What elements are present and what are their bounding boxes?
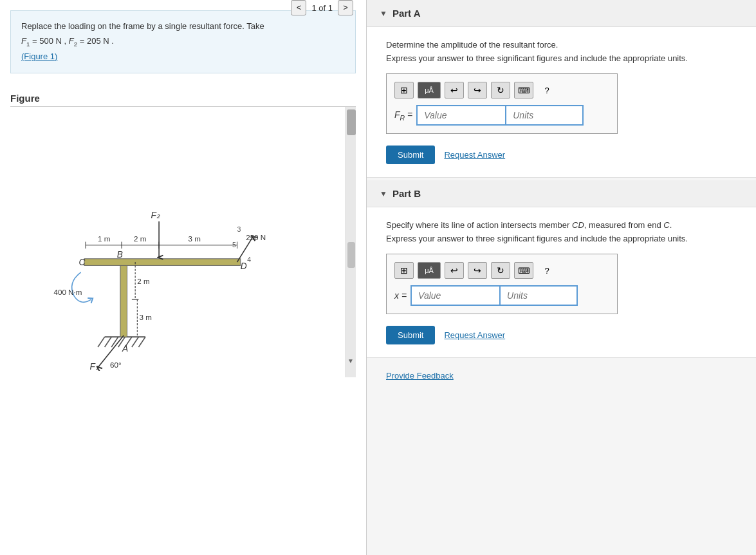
svg-text:F₁: F₁ (89, 362, 98, 371)
svg-text:F₂: F₂ (151, 210, 160, 220)
refresh-button-b[interactable]: ↻ (491, 262, 510, 279)
problem-statement: Replace the loading on the frame by a si… (10, 10, 356, 73)
undo-button-b[interactable]: ↩ (445, 262, 464, 279)
part-a-action-row: Submit Request Answer (386, 146, 737, 164)
svg-rect-9 (84, 259, 241, 266)
matrix-button-a[interactable]: ⊞ (394, 82, 414, 99)
part-b-answer-box: ⊞ μÅ ↩ ↪ ↻ ⌨ ? x = (386, 254, 618, 314)
prev-button[interactable]: < (291, 0, 306, 15)
scrollbar[interactable]: ▼ (346, 107, 356, 377)
svg-text:B: B (117, 250, 123, 259)
svg-text:2 m: 2 m (137, 277, 149, 285)
help-button-a[interactable]: ? (537, 82, 557, 99)
undo-button-a[interactable]: ↩ (445, 82, 464, 99)
problem-line1: Replace the loading on the frame by a si… (21, 20, 345, 33)
part-a-request-answer-button[interactable]: Request Answer (444, 150, 505, 160)
figure-label: Figure (10, 93, 40, 104)
part-a-arrow: ▼ (380, 9, 387, 18)
mu-button-a[interactable]: μÅ (418, 82, 441, 99)
part-b-header[interactable]: ▼ Part B (367, 180, 756, 207)
provide-feedback-button[interactable]: Provide Feedback (386, 371, 454, 381)
figure-link[interactable]: (Figure 1) (21, 52, 57, 61)
part-b-instruction1: Specify where its line of action interse… (386, 220, 737, 230)
svg-text:1 m: 1 m (98, 234, 110, 243)
svg-text:60°: 60° (110, 361, 122, 369)
svg-text:3 m: 3 m (140, 313, 152, 321)
part-a-input-row: FR = (394, 105, 609, 126)
svg-text:3: 3 (237, 225, 241, 232)
fr-units-input[interactable] (506, 105, 584, 126)
part-a-title: Part A (392, 8, 421, 19)
refresh-button-a[interactable]: ↻ (491, 82, 510, 99)
part-b-request-answer-button[interactable]: Request Answer (444, 330, 505, 340)
help-button-b[interactable]: ? (537, 262, 557, 279)
part-a-instruction1: Determine the amplitude of the resultant… (386, 40, 737, 50)
svg-line-3 (111, 337, 118, 347)
part-a-toolbar: ⊞ μÅ ↩ ↪ ↻ ⌨ ? (394, 82, 609, 99)
page-indicator: 1 of 1 (311, 3, 333, 13)
mu-button-b[interactable]: μÅ (418, 262, 441, 279)
svg-text:250 N: 250 N (246, 233, 266, 241)
fr-value-input[interactable] (416, 105, 506, 126)
part-b-content: Specify where its line of action interse… (367, 207, 756, 358)
part-b-toolbar: ⊞ μÅ ↩ ↪ ↻ ⌨ ? (394, 262, 609, 279)
problem-line3: (Figure 1) (21, 50, 345, 64)
part-a-submit-button[interactable]: Submit (386, 146, 435, 164)
svg-line-7 (138, 337, 145, 347)
part-a-section: ▼ Part A Determine the amplitude of the … (367, 0, 756, 178)
x-label: x = (394, 290, 407, 301)
figure-diagram: C B D A 1 m 2 m 3 m (10, 126, 281, 371)
part-a-instruction2: Express your answer to three significant… (386, 53, 737, 63)
matrix-button-b[interactable]: ⊞ (394, 262, 414, 279)
svg-rect-8 (120, 262, 127, 337)
svg-text:3 m: 3 m (189, 234, 201, 243)
svg-line-1 (98, 337, 105, 347)
part-a-header[interactable]: ▼ Part A (367, 0, 756, 27)
svg-text:A: A (122, 344, 128, 353)
part-b-section: ▼ Part B Specify where its line of actio… (367, 180, 756, 358)
part-a-content: Determine the amplitude of the resultant… (367, 27, 756, 178)
svg-text:400 N·m: 400 N·m (54, 288, 82, 296)
nav-controls: < 1 of 1 > (291, 0, 353, 15)
part-b-arrow: ▼ (380, 189, 387, 198)
keyboard-button-b[interactable]: ⌨ (514, 262, 533, 279)
svg-text:2 m: 2 m (134, 234, 146, 243)
x-units-input[interactable] (501, 285, 578, 306)
part-b-submit-button[interactable]: Submit (386, 326, 435, 344)
problem-line2: F1 = 500 N , F2 = 205 N . (21, 35, 345, 49)
x-value-input[interactable] (410, 285, 501, 306)
svg-text:D: D (241, 261, 247, 270)
next-button[interactable]: > (338, 0, 353, 15)
redo-button-b[interactable]: ↪ (468, 262, 487, 279)
svg-line-6 (132, 337, 139, 347)
part-a-answer-box: ⊞ μÅ ↩ ↪ ↻ ⌨ ? FR = (386, 73, 618, 134)
svg-text:4: 4 (247, 256, 251, 263)
svg-text:5: 5 (232, 241, 236, 249)
svg-text:C: C (79, 258, 86, 267)
part-b-instruction2: Express your answer to three significant… (386, 234, 737, 243)
part-b-input-row: x = (394, 285, 609, 306)
keyboard-button-a[interactable]: ⌨ (514, 82, 533, 99)
fr-label: FR = (394, 109, 412, 122)
svg-line-2 (105, 337, 112, 347)
part-b-title: Part B (392, 188, 421, 199)
part-b-action-row: Submit Request Answer (386, 326, 737, 344)
redo-button-a[interactable]: ↪ (468, 82, 487, 99)
